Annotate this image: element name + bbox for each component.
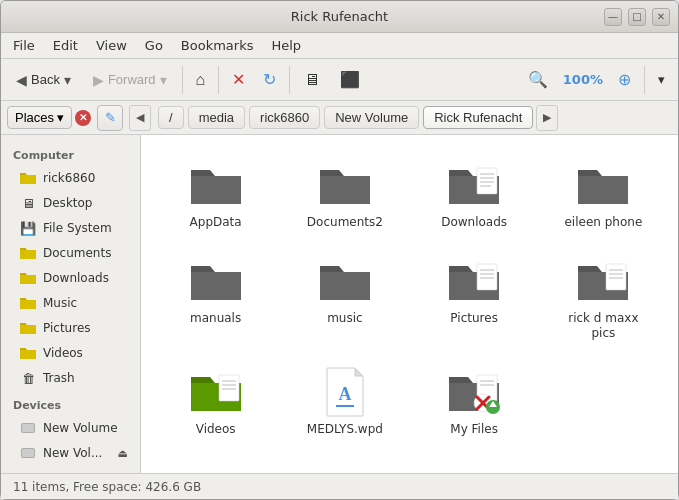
sidebar-item-documents[interactable]: Documents (5, 241, 136, 265)
file-icon-manuals (186, 255, 246, 307)
svg-rect-4 (20, 325, 36, 334)
eject-icon[interactable]: ⏏ (118, 447, 128, 460)
file-label-downloads: Downloads (441, 215, 507, 231)
list-item[interactable]: Documents2 (282, 151, 407, 239)
menu-file[interactable]: File (5, 35, 43, 56)
forward-label: Forward (108, 72, 156, 87)
breadcrumb-segment-rick6860[interactable]: rick6860 (249, 106, 320, 129)
svg-rect-7 (22, 424, 34, 432)
sidebar-item-newvol2[interactable]: New Vol... ⏏ (5, 441, 136, 465)
file-label-appdata: AppData (190, 215, 242, 231)
list-item[interactable]: Downloads (412, 151, 537, 239)
file-icon-medlys: A (315, 366, 375, 418)
breadcrumb-next-button[interactable]: ▶ (536, 105, 558, 131)
statusbar: 11 items, Free space: 426.6 GB (1, 473, 678, 499)
file-label-videos: Videos (196, 422, 236, 438)
list-item[interactable]: rick d maxx pics (541, 247, 666, 350)
statusbar-text: 11 items, Free space: 426.6 GB (13, 480, 201, 494)
sidebar-item-videos[interactable]: Videos (5, 341, 136, 365)
list-item[interactable]: AppData (153, 151, 278, 239)
sidebar: Computer rick6860 🖥 Desktop 💾 File Syste… (1, 135, 141, 473)
sidebar-label-videos: Videos (43, 346, 83, 360)
breadcrumb-segment-rickrufenacht[interactable]: Rick Rufenacht (423, 106, 533, 129)
stop-button[interactable]: ✕ (225, 65, 252, 94)
file-icon-videos (186, 366, 246, 418)
maximize-button[interactable]: □ (628, 8, 646, 26)
reload-button[interactable]: ↻ (256, 65, 283, 94)
zoom-in-button[interactable]: ⊕ (611, 65, 638, 94)
terminal-button[interactable]: ⬛ (332, 65, 368, 94)
menu-go[interactable]: Go (137, 35, 171, 56)
menu-help[interactable]: Help (263, 35, 309, 56)
list-item[interactable]: A MEDLYS.wpd (282, 358, 407, 446)
list-item[interactable]: My Files (412, 358, 537, 446)
zoom-level: 100% (563, 72, 603, 87)
list-item[interactable]: manuals (153, 247, 278, 350)
list-item[interactable]: eileen phone (541, 151, 666, 239)
sidebar-item-pictures[interactable]: Pictures (5, 316, 136, 340)
toolbar-separator-3 (289, 66, 290, 94)
breadcrumb-segment-root[interactable]: / (158, 106, 184, 129)
window-controls: — □ ✕ (604, 8, 670, 26)
svg-rect-0 (20, 175, 36, 184)
sidebar-item-filesystem[interactable]: 💾 File System (5, 216, 136, 240)
filesystem-icon: 💾 (19, 219, 37, 237)
forward-dropdown-icon: ▾ (160, 72, 167, 88)
places-label: Places (15, 110, 54, 125)
sidebar-label-pictures: Pictures (43, 321, 91, 335)
places-close-button[interactable]: ✕ (75, 110, 91, 126)
sidebar-header-computer: Computer (1, 141, 140, 165)
file-icon-eileenphone (573, 159, 633, 211)
menu-edit[interactable]: Edit (45, 35, 86, 56)
menu-bookmarks[interactable]: Bookmarks (173, 35, 262, 56)
computer-button[interactable]: 🖥 (296, 66, 328, 94)
sidebar-label-music: Music (43, 296, 77, 310)
svg-rect-2 (20, 275, 36, 284)
menu-view[interactable]: View (88, 35, 135, 56)
sidebar-item-music[interactable]: Music (5, 291, 136, 315)
list-item[interactable]: music (282, 247, 407, 350)
titlebar: Rick Rufenacht — □ ✕ (1, 1, 678, 33)
list-item[interactable]: Pictures (412, 247, 537, 350)
breadcrumb-edit-button[interactable]: ✎ (97, 105, 123, 131)
sidebar-item-newvolume[interactable]: New Volume (5, 416, 136, 440)
list-item[interactable]: Videos (153, 358, 278, 446)
sidebar-item-os[interactable]: OS (5, 466, 136, 473)
file-label-manuals: manuals (190, 311, 241, 327)
close-button[interactable]: ✕ (652, 8, 670, 26)
back-button[interactable]: ◀ Back ▾ (7, 67, 80, 93)
up-button[interactable]: ⌂ (189, 66, 213, 94)
file-label-pictures: Pictures (450, 311, 498, 327)
back-label: Back (31, 72, 60, 87)
forward-button[interactable]: ▶ Forward ▾ (84, 67, 176, 93)
sidebar-header-devices: Devices (1, 391, 140, 415)
file-icon-pictures (444, 255, 504, 307)
view-options-button[interactable]: ▾ (651, 67, 672, 92)
breadcrumb-bar: Places ▾ ✕ ✎ ◀ / media rick6860 New Volu… (1, 101, 678, 135)
file-icon-music (315, 255, 375, 307)
breadcrumb-segment-newvolume[interactable]: New Volume (324, 106, 419, 129)
zoom-out-button[interactable]: 🔍 (521, 65, 555, 94)
file-icon-myfiles (444, 366, 504, 418)
sidebar-label-rick6860: rick6860 (43, 171, 95, 185)
places-button[interactable]: Places ▾ (7, 106, 72, 129)
sidebar-item-trash[interactable]: 🗑 Trash (5, 366, 136, 390)
breadcrumb-prev-button[interactable]: ◀ (129, 105, 151, 131)
file-label-rickdmaxxpics: rick d maxx pics (558, 311, 648, 342)
minimize-button[interactable]: — (604, 8, 622, 26)
sidebar-label-newvol2: New Vol... (43, 446, 102, 460)
file-icon-downloads (444, 159, 504, 211)
drive-icon-newvolume (19, 419, 37, 437)
svg-text:A: A (338, 384, 351, 404)
breadcrumb-segment-media[interactable]: media (188, 106, 245, 129)
sidebar-label-downloads: Downloads (43, 271, 109, 285)
sidebar-label-trash: Trash (43, 371, 75, 385)
sidebar-item-desktop[interactable]: 🖥 Desktop (5, 191, 136, 215)
sidebar-item-rick6860[interactable]: rick6860 (5, 166, 136, 190)
back-dropdown-icon: ▾ (64, 72, 71, 88)
file-label-documents2: Documents2 (307, 215, 383, 231)
file-manager-window: Rick Rufenacht — □ ✕ File Edit View Go B… (0, 0, 679, 500)
sidebar-item-downloads[interactable]: Downloads (5, 266, 136, 290)
pictures-folder-icon (19, 319, 37, 337)
main-content: Computer rick6860 🖥 Desktop 💾 File Syste… (1, 135, 678, 473)
